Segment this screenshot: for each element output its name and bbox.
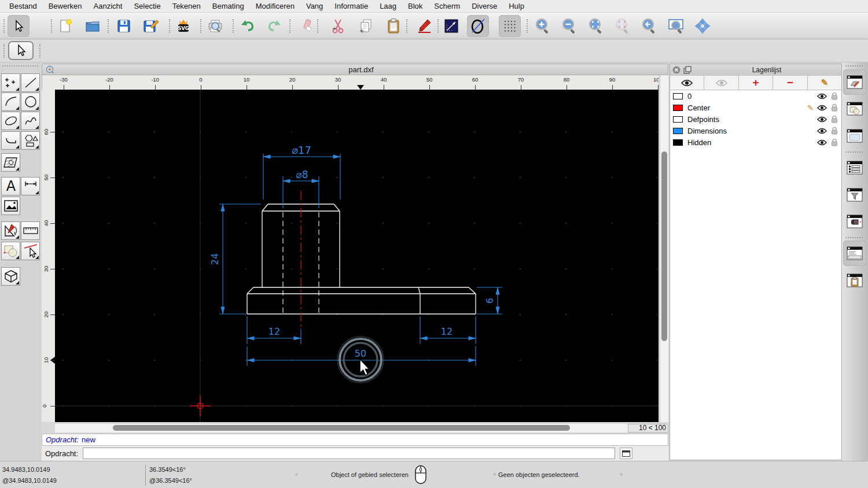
solid-3d-tool-button[interactable] (1, 267, 20, 286)
line-preview-icon (444, 19, 459, 34)
hatch-tool-button[interactable] (1, 153, 20, 172)
polyline-tool-button[interactable] (1, 131, 20, 150)
menu-vang[interactable]: Vang (300, 0, 329, 13)
points-tool-button[interactable] (1, 73, 20, 92)
menu-bewerken[interactable]: Bewerken (43, 0, 88, 13)
svg-export-button[interactable]: SVG (172, 15, 194, 37)
vertical-scrollbar-thumb[interactable] (661, 151, 667, 341)
entity-list-widget-button[interactable] (843, 155, 866, 180)
save-button[interactable] (113, 15, 135, 37)
image-tool-button[interactable] (1, 197, 20, 215)
layer-lock-icon[interactable] (831, 127, 838, 135)
layer-list-widget-button[interactable] (843, 69, 866, 95)
zoom-auto-button[interactable] (585, 15, 607, 37)
layer-filter-widget-button[interactable] (843, 182, 866, 208)
modify-shapes-button[interactable] (1, 242, 20, 260)
layer-row-center[interactable]: Center✎ (670, 102, 841, 113)
layer-row-dimensions[interactable]: Dimensions (670, 125, 841, 136)
menu-laag[interactable]: Laag (374, 0, 402, 13)
view-back-button[interactable] (638, 15, 660, 37)
print-preview-button[interactable] (204, 15, 226, 37)
menu-aanzicht[interactable]: Aanzicht (88, 0, 128, 13)
save-as-button[interactable] (140, 15, 162, 37)
library-browser-widget-button[interactable] (843, 123, 866, 149)
new-document-button[interactable] (54, 15, 76, 37)
remove-layer-button[interactable]: − (773, 76, 807, 90)
layer-row-hidden[interactable]: Hidden (670, 136, 841, 148)
copy-button[interactable]: + (355, 15, 377, 37)
layer-visibility-eye-icon[interactable] (817, 93, 827, 99)
document-titlebar[interactable]: part.dxf (42, 64, 668, 75)
ellipse-tool-button[interactable] (1, 112, 20, 130)
layer-visibility-eye-icon[interactable] (817, 128, 827, 134)
layer-visibility-eye-icon[interactable] (817, 139, 827, 146)
menu-scherm[interactable]: Scherm (428, 0, 466, 13)
drawing-canvas[interactable]: ⌀17 ⌀8 24 6 12 12 50 (55, 90, 659, 422)
layer-lock-icon[interactable] (831, 138, 838, 146)
block-list-widget-button[interactable] (843, 96, 866, 121)
undo-button[interactable] (237, 15, 259, 37)
deselect-tool-button[interactable] (21, 242, 40, 260)
delete-button[interactable] (296, 15, 318, 37)
menu-diverse[interactable]: Diverse (466, 0, 503, 13)
menu-bemating[interactable]: Bemating (207, 0, 250, 13)
edit-layer-button[interactable]: ✎ (808, 76, 841, 90)
grid-toggle-button[interactable] (499, 15, 521, 37)
cad-tools-button[interactable] (1, 221, 20, 240)
measure-tool-button[interactable] (21, 221, 40, 240)
command-input[interactable] (83, 448, 615, 459)
vertical-scrollbar[interactable] (660, 75, 668, 422)
horizontal-scrollbar-thumb[interactable] (113, 425, 570, 431)
close-icon[interactable] (672, 66, 681, 74)
dimension-tool-button[interactable] (21, 177, 40, 195)
zoom-out-button[interactable] (558, 15, 580, 37)
clipboard-widget-button[interactable] (843, 268, 866, 293)
spline-tool-button[interactable] (21, 112, 40, 130)
selection-pointer-button[interactable] (8, 41, 34, 60)
command-history-label: Opdracht: (46, 435, 79, 444)
layer-lock-icon[interactable] (831, 92, 838, 100)
hide-all-layers-button[interactable] (704, 76, 738, 90)
menu-modificeren[interactable]: Modificeren (250, 0, 300, 13)
horizontal-scrollbar[interactable] (55, 424, 628, 432)
menu-bestand[interactable]: Bestand (3, 0, 43, 13)
menu-blok[interactable]: Blok (402, 0, 428, 13)
pan-button[interactable] (692, 15, 713, 37)
zoom-previous-button[interactable] (612, 15, 634, 37)
line-preview-button[interactable] (440, 15, 462, 37)
paste-button[interactable] (382, 15, 404, 37)
arc-tool-button[interactable] (1, 93, 20, 111)
add-layer-button[interactable]: + (739, 76, 773, 90)
menu-informatie[interactable]: Informatie (329, 0, 374, 13)
layer-row-0[interactable]: 0 (670, 90, 841, 102)
text-tool-button[interactable]: A (1, 177, 20, 195)
command-dock-button[interactable] (620, 448, 632, 459)
zoom-in-button[interactable] (532, 15, 554, 37)
layer-visibility-eye-icon[interactable] (817, 116, 827, 123)
line-tool-button[interactable] (21, 73, 40, 92)
draft-mode-button[interactable] (467, 15, 489, 37)
draft-pen-button[interactable] (414, 15, 436, 37)
cut-button[interactable]: + (327, 15, 349, 37)
open-file-button[interactable] (82, 15, 104, 37)
pen-wizard-widget-button[interactable] (843, 209, 866, 234)
menu-tekenen[interactable]: Tekenen (167, 0, 207, 13)
layer-visibility-eye-icon[interactable] (817, 105, 827, 111)
hruler-label: 60 (472, 76, 479, 83)
spline-icon (24, 114, 38, 128)
redo-button[interactable] (263, 15, 285, 37)
layer-lock-icon[interactable] (831, 115, 838, 123)
float-window-icon[interactable] (683, 66, 692, 74)
select-tool-button[interactable] (8, 15, 30, 37)
layer-panel-header[interactable]: Lagenlijst (670, 64, 841, 76)
zoom-window-icon (667, 18, 685, 34)
layer-row-defpoints[interactable]: Defpoints (670, 113, 841, 125)
menu-selectie[interactable]: Selectie (128, 0, 166, 13)
polygon-tool-button[interactable] (21, 131, 40, 150)
command-widget-button[interactable] (843, 241, 866, 266)
circle-tool-button[interactable] (21, 93, 40, 111)
show-all-layers-button[interactable] (670, 76, 704, 90)
zoom-window-button[interactable] (665, 15, 687, 37)
layer-lock-icon[interactable] (831, 103, 838, 112)
menu-hulp[interactable]: Hulp (503, 0, 530, 13)
